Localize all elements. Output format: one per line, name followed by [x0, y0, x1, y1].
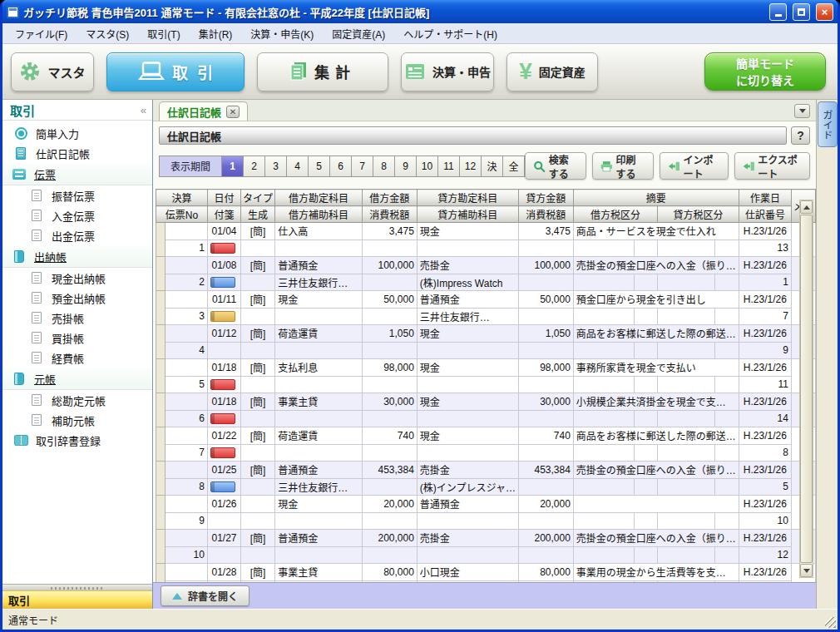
cell-debit-tax-amount[interactable]	[362, 239, 417, 257]
cell-credit-sub-account[interactable]	[417, 239, 518, 257]
cell-debit-tax-class[interactable]	[573, 376, 634, 393]
cell-journal-no[interactable]: 14	[739, 410, 791, 427]
cell-credit-sub-account[interactable]: (株)Impress Watch	[417, 274, 518, 291]
scroll-up-button[interactable]	[800, 200, 813, 214]
cell-debit-account[interactable]: 普通預金	[275, 257, 363, 274]
cell-credit-amount[interactable]: 98,000	[518, 359, 573, 377]
cell-fusen[interactable]	[207, 512, 240, 530]
cell-credit-amount[interactable]: 50,000	[518, 291, 573, 309]
cell-debit-amount[interactable]: 50,000	[362, 291, 417, 309]
cell-debit-tax-amount[interactable]	[362, 342, 417, 359]
row-gutter-cell[interactable]	[156, 530, 166, 564]
cell-credit-tax-amount[interactable]	[518, 274, 573, 291]
export-button[interactable]: エクスポート	[734, 152, 811, 180]
cell-journal-no[interactable]: 13	[739, 239, 791, 257]
cell-fusen[interactable]	[207, 239, 240, 257]
cell-journal-no[interactable]	[739, 580, 791, 582]
fusen-red-icon[interactable]	[210, 413, 235, 424]
cell-debit-tax-rate[interactable]	[634, 580, 657, 582]
tab-list-dropdown-button[interactable]	[794, 104, 810, 118]
cell-debit-amount[interactable]: 3,475	[362, 223, 417, 240]
cell-credit-tax-class[interactable]	[658, 410, 715, 427]
cell-slip-no[interactable]: 4	[165, 342, 207, 359]
cell-credit-tax-amount[interactable]	[518, 512, 573, 530]
cell-fusen[interactable]	[207, 410, 240, 427]
tab-journal[interactable]: 仕訳日記帳 ✕	[159, 101, 248, 121]
help-button[interactable]: ?	[791, 126, 810, 145]
cell-journal-no[interactable]: 12	[739, 546, 791, 564]
cell-credit-account[interactable]: 売掛金	[417, 257, 518, 274]
cell-journal-no[interactable]: 5	[739, 478, 791, 496]
row-gutter-cell[interactable]	[156, 564, 166, 583]
cell-debit-tax-class[interactable]	[573, 580, 634, 582]
cell-debit-tax-rate[interactable]	[634, 478, 657, 496]
cell-debit-account[interactable]: 普通預金	[275, 462, 363, 479]
cell-credit-tax-class[interactable]	[658, 512, 715, 530]
sidebar-item-預金出納帳[interactable]: 預金出納帳	[2, 288, 152, 308]
sidebar-item-買掛帳[interactable]: 買掛帳	[2, 328, 152, 348]
cell-debit-tax-rate[interactable]	[634, 512, 657, 530]
cell-credit-amount[interactable]: 200,000	[518, 530, 573, 547]
cell-debit-tax-amount[interactable]	[362, 376, 417, 393]
cell-generated[interactable]	[241, 444, 275, 462]
row-gutter-cell[interactable]	[156, 325, 166, 359]
period-button-6[interactable]: 6	[329, 156, 351, 176]
cell-fusen[interactable]	[207, 308, 240, 325]
cell-debit-sub-account[interactable]	[275, 308, 363, 325]
cell-date[interactable]: 01/26	[207, 496, 240, 513]
cell-debit-tax-class[interactable]	[573, 478, 634, 496]
cell-credit-tax-amount[interactable]	[518, 308, 573, 325]
sidebar-item-取引辞書登録[interactable]: 取引辞書登録	[2, 430, 152, 450]
fusen-red-icon[interactable]	[210, 447, 235, 458]
cell-credit-tax-rate[interactable]	[715, 376, 739, 393]
cell-type[interactable]: [簡]	[241, 223, 275, 240]
cell-slip-no[interactable]: 8	[165, 478, 207, 496]
cell-settlement[interactable]	[165, 462, 207, 479]
cell-debit-account[interactable]: 荷造運賃	[275, 427, 363, 445]
cell-generated[interactable]	[241, 410, 275, 427]
menu-item-マスタ(S)[interactable]: マスタ(S)	[77, 23, 138, 43]
cell-credit-tax-class[interactable]	[658, 376, 715, 393]
cell-summary[interactable]: 売掛金の預金口座への入金（振り…	[573, 462, 739, 479]
cell-settlement[interactable]	[165, 223, 207, 240]
cell-date[interactable]: 01/25	[207, 462, 240, 479]
settlement-button[interactable]: 決算・申告	[401, 52, 494, 91]
cell-debit-amount[interactable]: 1,050	[362, 325, 417, 343]
cell-type[interactable]: [簡]	[241, 291, 275, 309]
cell-settlement[interactable]	[165, 325, 207, 343]
cell-type[interactable]	[241, 496, 275, 513]
cell-fusen[interactable]	[207, 444, 240, 462]
cell-debit-sub-account[interactable]: 三井住友銀行…	[275, 478, 363, 496]
cell-debit-tax-rate[interactable]	[634, 308, 657, 325]
cell-credit-tax-rate[interactable]	[715, 239, 739, 257]
cell-debit-tax-amount[interactable]	[362, 546, 417, 564]
sidebar-splitter[interactable]	[2, 584, 152, 590]
cell-credit-tax-rate[interactable]	[715, 546, 739, 564]
sidebar-item-伝票[interactable]: 伝票	[2, 163, 152, 185]
cell-date[interactable]: 01/12	[207, 325, 240, 343]
cell-credit-tax-rate[interactable]	[715, 444, 739, 462]
cell-fusen[interactable]	[207, 580, 240, 582]
cell-debit-account[interactable]: 普通預金	[275, 530, 363, 547]
sidebar-item-出納帳[interactable]: 出納帳	[2, 245, 152, 268]
cell-debit-tax-amount[interactable]	[362, 444, 417, 462]
row-gutter-cell[interactable]	[156, 427, 166, 462]
fusen-blue-icon[interactable]	[210, 277, 235, 288]
cell-type[interactable]: [簡]	[241, 325, 275, 343]
cell-summary[interactable]: 売掛金の預金口座への入金（振り…	[573, 257, 739, 274]
row-gutter-cell[interactable]	[156, 462, 166, 496]
cell-generated[interactable]	[241, 239, 275, 257]
cell-credit-tax-class[interactable]	[658, 444, 715, 462]
cell-credit-sub-account[interactable]	[417, 444, 518, 462]
cell-work-date[interactable]: H.23/1/26	[739, 291, 791, 309]
cell-type[interactable]: [簡]	[241, 257, 275, 274]
cell-slip-no[interactable]: 5	[165, 376, 207, 393]
cell-debit-sub-account[interactable]	[275, 444, 363, 462]
master-button[interactable]: マスタ	[11, 52, 94, 91]
cell-credit-sub-account[interactable]: 三井住友銀行…	[417, 308, 518, 325]
period-button-2[interactable]: 2	[243, 156, 264, 176]
fixed-asset-button[interactable]: ¥ 固定資産	[506, 52, 598, 91]
cell-settlement[interactable]	[165, 564, 207, 581]
cell-debit-amount[interactable]: 20,000	[362, 496, 417, 513]
cell-journal-no[interactable]: 9	[739, 342, 791, 359]
